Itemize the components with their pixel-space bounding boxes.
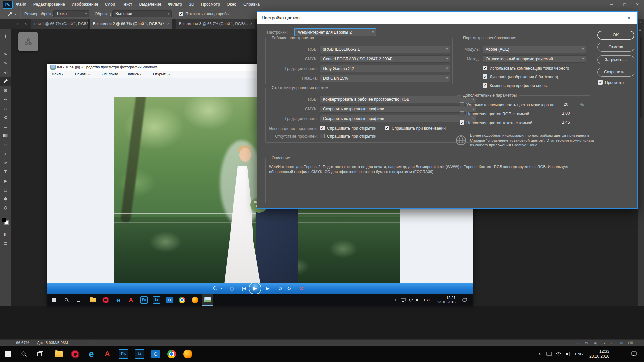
blend-text-value-field[interactable]: 1.45	[557, 120, 575, 125]
volume-icon[interactable]	[564, 346, 572, 362]
a-app-icon[interactable]: A	[99, 346, 115, 362]
display-icon[interactable]	[545, 346, 553, 362]
tab-document-2-active[interactable]: Без имени-2 @ 66.7% (Слой 1, RGB/8) * ×	[90, 19, 172, 29]
ok-button[interactable]: OK	[597, 31, 634, 40]
blend-rgb-value-field[interactable]: 1.00	[557, 111, 575, 116]
close-icon[interactable]: ×	[250, 19, 252, 29]
opera-icon[interactable]	[100, 294, 111, 306]
delete-button[interactable]: ✕	[297, 283, 305, 294]
tab-document-1[interactable]: ени-1 @ 66.7% (Слой 1, RGB/... ×	[31, 19, 89, 29]
lightroom-icon[interactable]: Lr	[151, 294, 162, 306]
blend-text-checkbox[interactable]: ✓	[460, 120, 464, 125]
zoom-button[interactable]	[211, 283, 219, 294]
sample-select[interactable]: Все слои ˅	[112, 10, 172, 17]
menu-view[interactable]: Просмотр	[198, 0, 223, 9]
new-layer-icon[interactable]: ⊞	[618, 340, 625, 346]
spot-workspace-select[interactable]: Dot Gain 15%˅	[320, 75, 450, 82]
window-close-button[interactable]: ✕	[631, 0, 643, 9]
screenshot-tool-icon[interactable]: ⊙	[148, 346, 164, 362]
dither-checkbox[interactable]: ✓	[483, 74, 487, 79]
show-ring-checkbox[interactable]: ✓	[179, 12, 183, 16]
foreground-color-swatch[interactable]	[2, 218, 6, 222]
edge-icon[interactable]: e	[83, 346, 99, 362]
type-tool[interactable]: T	[0, 168, 11, 176]
a-app-icon[interactable]: A	[125, 294, 137, 306]
brush-tool[interactable]: ✒	[0, 95, 11, 104]
crop-tool[interactable]: ◱	[0, 68, 11, 77]
viewer-menu-file[interactable]: Файл ▾	[52, 71, 63, 78]
desaturate-value-field[interactable]: 20	[557, 102, 575, 107]
slideshow-button[interactable]: ▶	[249, 282, 261, 295]
preview-checkbox[interactable]: ✓	[598, 80, 603, 85]
menu-type[interactable]: Текст	[118, 0, 136, 9]
search-icon[interactable]	[16, 346, 32, 362]
tab-close-icon[interactable]: ×	[25, 19, 27, 29]
dialog-close-button[interactable]: ✕	[625, 14, 633, 22]
menu-filter[interactable]: Фильтр	[165, 0, 185, 9]
zoom-tool[interactable]: Ǫ	[0, 204, 11, 213]
window-maximize-button[interactable]: ▢	[619, 0, 631, 9]
clock[interactable]: 12:3323.10.2016	[586, 346, 612, 362]
desaturate-monitor-checkbox[interactable]	[460, 102, 464, 107]
rotate-ccw-button[interactable]: ↺	[276, 283, 284, 294]
tray-chevron-icon[interactable]: ∧	[535, 346, 544, 362]
start-button[interactable]	[48, 294, 60, 306]
tab-overflow-button[interactable]: »	[17, 19, 19, 29]
opera-icon[interactable]	[67, 346, 83, 362]
engine-select[interactable]: Adobe (ACE)˅	[483, 46, 586, 53]
delete-layer-icon[interactable]: ⌫	[627, 340, 634, 346]
lasso-tool[interactable]: ∿	[0, 50, 11, 59]
save-button[interactable]: Сохранить...	[597, 68, 634, 77]
eyedropper-tool-selected[interactable]	[0, 77, 11, 86]
menu-select[interactable]: Выделение	[136, 0, 165, 9]
viewer-menu-print[interactable]: Печать ▾	[75, 71, 90, 78]
dodge-tool[interactable]: ◐	[0, 149, 11, 158]
quick-selection-tool[interactable]: ✎	[0, 59, 11, 68]
notification-icon[interactable]	[628, 346, 640, 362]
sample-size-select[interactable]: Точка ˅	[53, 10, 89, 17]
eraser-tool[interactable]: ▭	[0, 122, 11, 131]
next-button[interactable]: ▶|	[263, 283, 273, 294]
load-button[interactable]: Загрузить...	[597, 55, 634, 64]
chrome-icon[interactable]	[176, 294, 188, 306]
spot-healing-brush-tool[interactable]: ⊕	[0, 86, 11, 95]
settings-preset-select[interactable]: Web/Интернет для Европы 2 ˅	[295, 28, 376, 36]
menu-window[interactable]: Окно	[223, 0, 240, 9]
display-icon[interactable]	[400, 294, 407, 306]
path-selection-tool[interactable]: ▶	[0, 177, 11, 185]
close-icon[interactable]: ×	[167, 19, 169, 29]
menu-layers[interactable]: Слои	[102, 0, 118, 9]
task-view-icon[interactable]	[32, 346, 48, 362]
chrome-icon[interactable]	[164, 346, 180, 362]
rectangular-marquee-tool[interactable]: ▢	[0, 41, 11, 50]
cmyk-workspace-select[interactable]: Coated FOGRA39 (ISO 12647-2:2004)˅	[320, 55, 450, 63]
photoshop-icon[interactable]: Ps	[138, 294, 150, 306]
menu-image[interactable]: Изображение	[68, 0, 102, 9]
move-tool[interactable]: ✛	[0, 32, 11, 41]
pen-tool[interactable]: ✑	[0, 159, 11, 167]
file-explorer-icon[interactable]	[87, 294, 99, 306]
language-indicator[interactable]: РУС	[423, 294, 433, 306]
hand-tool[interactable]: ✽	[0, 195, 11, 203]
gray-policy-select[interactable]: Сохранять встроенные профили˅	[320, 115, 476, 122]
notification-icon[interactable]	[460, 294, 469, 306]
tab-document-3[interactable]: Без имени-3 @ 66.7% (Слой 1, RGB/... ×	[176, 19, 255, 29]
search-icon[interactable]	[61, 294, 72, 306]
blur-tool[interactable]: ◌	[0, 140, 11, 149]
network-icon[interactable]	[554, 346, 563, 362]
menu-help[interactable]: Справка	[240, 0, 263, 9]
previous-button[interactable]: |◀	[239, 283, 249, 294]
screen-mode-button[interactable]: ▤	[0, 239, 11, 248]
scene-profiles-checkbox[interactable]: ✓	[483, 83, 487, 88]
menu-file[interactable]: Файл	[13, 0, 30, 9]
blend-rgb-checkbox[interactable]	[460, 111, 464, 116]
task-view-icon[interactable]	[74, 294, 85, 306]
ask-when-pasting-checkbox[interactable]: ✓	[385, 126, 389, 130]
ask-when-opening-checkbox[interactable]: ✓	[320, 126, 325, 130]
viewer-menu-burn[interactable]: Запись ▾	[127, 71, 141, 78]
cmyk-policy-select[interactable]: Сохранять встроенные профили˅	[320, 105, 476, 113]
photo-viewer-taskbar-icon-active[interactable]	[202, 294, 213, 306]
adjustment-layer-icon[interactable]: ◑	[600, 340, 608, 346]
missing-ask-checkbox[interactable]	[320, 134, 325, 138]
volume-icon[interactable]	[415, 294, 421, 306]
